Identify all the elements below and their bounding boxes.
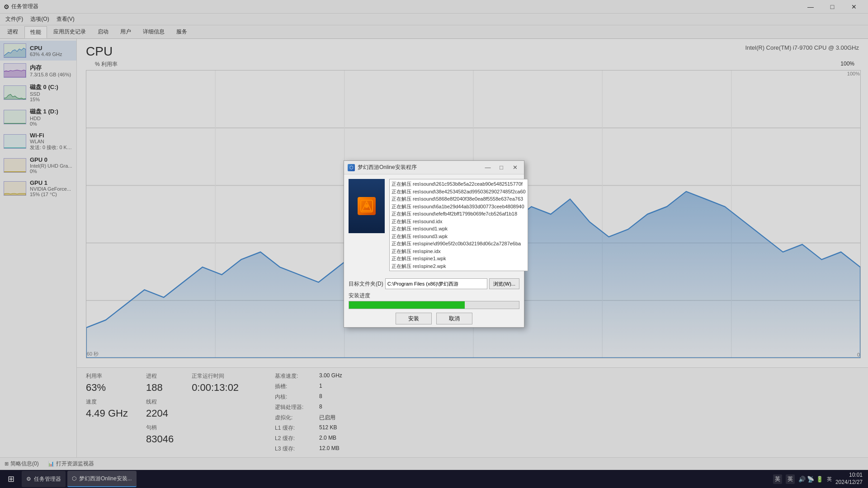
dialog-action-row: 安装 取消 — [349, 313, 519, 324]
dest-label: 目标文件夹(D) — [349, 280, 383, 288]
dialog-title-bar: ⬡ 梦幻西游Online安装程序 — □ ✕ — [344, 161, 524, 174]
modal-overlay: ⬡ 梦幻西游Online安装程序 — □ ✕ 正在解压 — [0, 0, 868, 488]
progress-label: 安装进度 — [349, 292, 519, 300]
log-line: 正在解压 res\sound\5868e8f2040f38e0ea8f5558e… — [392, 195, 526, 203]
log-line: 正在解压 res\spine.idx — [392, 248, 526, 255]
log-line: 正在解压 res\sound\6a1be29d44ab393d00773ceeb… — [392, 203, 526, 211]
log-line: 正在解压 res\spine\d990e5f2c0b03d2198d06c2a7… — [392, 240, 526, 248]
dest-browse-button[interactable]: 浏览(W)... — [489, 278, 519, 289]
dialog-body: 正在解压 res\sound\261c953b8e5a22ceab90e5482… — [344, 174, 524, 276]
dest-row: 目标文件夹(D) 浏览(W)... — [349, 278, 519, 289]
dialog-logo-icon — [358, 197, 376, 215]
dialog-log[interactable]: 正在解压 res\sound\261c953b8e5a22ceab90e5482… — [389, 179, 528, 271]
dialog-footer: 目标文件夹(D) 浏览(W)... 安装进度 安装 取消 — [344, 276, 524, 327]
dialog-log-container: 正在解压 res\sound\261c953b8e5a22ceab90e5482… — [389, 179, 528, 271]
log-line: 正在解压 res\sound\261c953b8e5a22ceab90e5482… — [392, 180, 526, 188]
dialog-close-button[interactable]: ✕ — [509, 162, 520, 173]
log-line: 正在解压 res\sound.idx — [392, 218, 526, 225]
log-line: 正在解压 res\sound1.wpk — [392, 225, 526, 233]
log-line: 正在解压 res\spine2.wpk — [392, 263, 526, 270]
log-line: 正在解压 res\spine1.wpk — [392, 255, 526, 263]
install-button[interactable]: 安装 — [396, 313, 432, 324]
log-line: 正在解压 res\sound\efefb4f2bff1799b069fe7cb5… — [392, 210, 526, 218]
dialog-logo — [349, 179, 385, 233]
dialog-maximize-button[interactable]: □ — [496, 162, 507, 173]
install-dialog: ⬡ 梦幻西游Online安装程序 — □ ✕ 正在解压 — [344, 160, 524, 328]
dialog-minimize-button[interactable]: — — [482, 162, 493, 173]
dialog-title-icon: ⬡ — [348, 164, 355, 171]
log-line: 正在解压 res\sound\38e42534582ad995036290274… — [392, 188, 526, 196]
progress-bar-inner — [349, 301, 465, 309]
progress-bar-outer — [349, 301, 519, 309]
log-line: 正在解压 res\sound3.wpk — [392, 233, 526, 240]
dest-input[interactable] — [385, 278, 487, 289]
cancel-button[interactable]: 取消 — [436, 313, 472, 324]
svg-point-11 — [365, 204, 368, 208]
dialog-title-text: 梦幻西游Online安装程序 — [358, 164, 480, 171]
